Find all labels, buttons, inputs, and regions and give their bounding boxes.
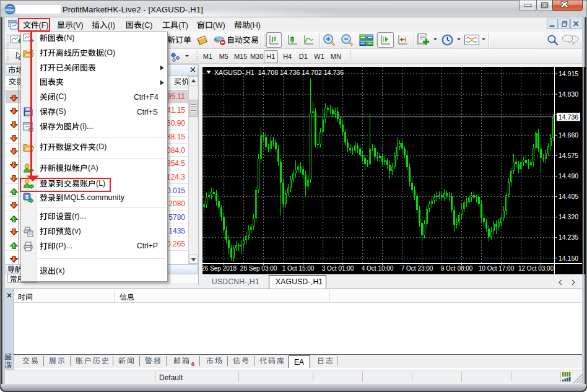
svg-text:14.320: 14.320 xyxy=(559,213,578,220)
svg-text:14.660: 14.660 xyxy=(559,131,578,139)
svg-text:1 Oct 15:00: 1 Oct 15:00 xyxy=(282,265,315,272)
svg-text:14.235: 14.235 xyxy=(559,233,578,241)
svg-text:12 Oct 03:00: 12 Oct 03:00 xyxy=(518,265,554,272)
svg-text:14.405: 14.405 xyxy=(559,193,578,200)
svg-text:14.915: 14.915 xyxy=(559,70,578,77)
svg-text:14.575: 14.575 xyxy=(559,152,578,159)
svg-text:10 Oct 17:00: 10 Oct 17:00 xyxy=(479,265,515,272)
svg-text:14.830: 14.830 xyxy=(559,90,578,98)
svg-text:26 Sep 2018: 26 Sep 2018 xyxy=(201,265,237,272)
svg-text:7 Oct 23:00: 7 Oct 23:00 xyxy=(401,265,433,272)
svg-text:14.736: 14.736 xyxy=(559,113,578,121)
svg-text:28 Sep 03:00: 28 Sep 03:00 xyxy=(240,265,277,272)
svg-text:3 Oct 01:00: 3 Oct 01:00 xyxy=(322,265,354,272)
svg-text:5: 5 xyxy=(25,194,28,200)
svg-text:14.150: 14.150 xyxy=(559,255,578,262)
svg-text:14.490: 14.490 xyxy=(559,172,578,180)
svg-text:4 Oct 10:00: 4 Oct 10:00 xyxy=(362,265,394,272)
svg-text:XAGUSD-,H1 14.708 14.736 14.7: XAGUSD-,H1 14.708 14.736 14.702 14.736 xyxy=(214,69,344,76)
svg-text:9 Oct 08:00: 9 Oct 08:00 xyxy=(441,265,473,272)
